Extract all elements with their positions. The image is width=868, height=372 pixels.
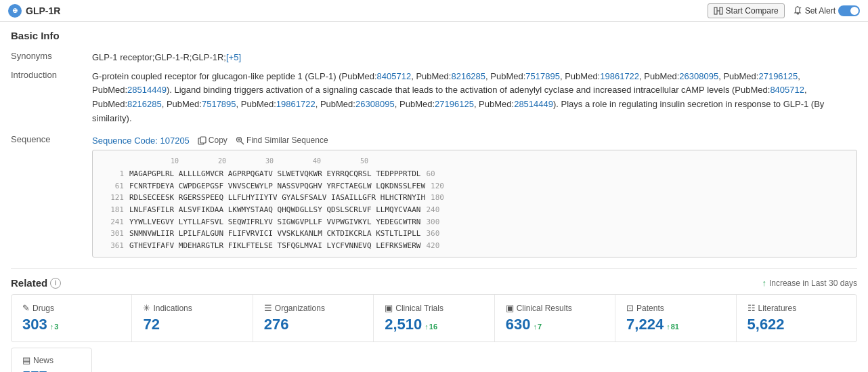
pubmed-28514449[interactable]: 28514449 — [127, 85, 167, 95]
patents-label: Patents — [636, 304, 664, 313]
seq-line-5: 241 YYWLLVEGVY LYTLLAFSVL SEQWIFRLYV SIG… — [100, 216, 850, 228]
related-header: Related i ↑ Increase in Last 30 days — [11, 277, 857, 289]
increase-label: Increase in Last 30 days — [769, 278, 857, 288]
organizations-value[interactable]: 276 — [264, 316, 289, 333]
stat-drugs[interactable]: ✎ Drugs 303 ↑ 3 — [12, 295, 132, 342]
patents-value[interactable]: 7,224 — [626, 316, 664, 333]
sequence-row: Sequence Sequence Code: 107205 Copy — [11, 129, 857, 261]
seq-line-6: 301 SNMNVWLIIR LPILFALGUN FLIFVRVICI VVS… — [100, 228, 850, 240]
stat-organizations[interactable]: ☰ Organizations 276 — [253, 295, 374, 342]
synonyms-value: GLP-1 receptor;GLP-1-R;GLP-1R;[+5] — [92, 48, 857, 67]
svg-rect-5 — [200, 137, 206, 143]
stats-grid: ✎ Drugs 303 ↑ 3 ✳ Indications 72 ☰ — [11, 294, 857, 342]
synonyms-more-link[interactable]: [+5] — [226, 52, 241, 62]
compare-icon — [714, 6, 723, 16]
alert-toggle[interactable] — [838, 5, 860, 16]
seq-line-1: 1 MAGAPGPLRL ALLLLGMVCR AGPRPQGATV SLWET… — [100, 168, 850, 180]
introduction-row: Introduction G-protein coupled receptor … — [11, 67, 857, 129]
pubmed-26308095[interactable]: 26308095 — [679, 71, 718, 81]
main-content: Basic Info Synonyms GLP-1 receptor;GLP-1… — [0, 22, 868, 372]
literatures-label: Literatures — [758, 304, 797, 313]
clinical-results-value[interactable]: 630 — [506, 316, 531, 333]
drug-icon: ✎ — [22, 303, 30, 313]
pubmed-26308095-2[interactable]: 26308095 — [355, 99, 395, 109]
find-similar-label: Find Similar Sequence — [246, 136, 328, 145]
pubmed-27196125[interactable]: 27196125 — [758, 71, 798, 81]
start-compare-button[interactable]: Start Compare — [708, 3, 785, 18]
news-label: News — [33, 356, 53, 365]
copy-icon — [198, 136, 207, 145]
stat-indications[interactable]: ✳ Indications 72 — [132, 295, 253, 342]
indications-value[interactable]: 72 — [143, 316, 159, 333]
results-arrow: ↑ — [533, 323, 537, 331]
pubmed-8405712-2[interactable]: 8405712 — [770, 85, 804, 95]
copy-sequence-button[interactable]: Copy — [198, 136, 227, 145]
clinical-trials-delta: ↑ 16 — [425, 323, 437, 331]
drugs-delta: ↑ 3 — [50, 323, 59, 331]
pubmed-8216285-2[interactable]: 8216285 — [127, 99, 162, 109]
app-logo-icon: ⊕ — [8, 4, 22, 18]
literature-icon: ☷ — [747, 303, 756, 313]
arrow-up-icon: ↑ — [762, 278, 766, 288]
bell-icon — [793, 6, 802, 16]
news-value[interactable]: 577 — [22, 368, 47, 372]
compare-label: Start Compare — [726, 6, 779, 16]
find-similar-button[interactable]: Find Similar Sequence — [236, 136, 328, 145]
alert-label: Set Alert — [805, 6, 836, 16]
clinical-results-delta: ↑ 7 — [533, 323, 542, 331]
sequence-label: Sequence — [11, 129, 92, 261]
page-title: GLP-1R — [26, 5, 60, 16]
pubmed-7517895[interactable]: 7517895 — [525, 71, 560, 81]
clinical-results-icon: ▣ — [506, 303, 514, 313]
trials-delta-value: 16 — [429, 323, 437, 331]
synonyms-label: Synonyms — [11, 48, 92, 67]
patents-delta: ↑ 81 — [666, 323, 679, 331]
introduction-value: G-protein coupled receptor for glucagon-… — [92, 67, 857, 129]
drugs-arrow: ↑ — [50, 323, 54, 331]
stats-bottom-row: ▤ News 577 ↑ 65 — [11, 348, 857, 372]
find-similar-icon — [236, 136, 244, 145]
basic-info-title: Basic Info — [11, 30, 857, 41]
literatures-value[interactable]: 5,622 — [747, 316, 785, 333]
pubmed-7517895-2[interactable]: 7517895 — [202, 99, 236, 109]
pubmed-19861722-2[interactable]: 19861722 — [276, 99, 316, 109]
news-icon: ▤ — [22, 355, 30, 365]
patent-icon: ⊡ — [626, 303, 634, 313]
trials-arrow: ↑ — [425, 323, 429, 331]
stat-clinical-trials[interactable]: ▣ Clinical Trials 2,510 ↑ 16 — [374, 295, 494, 342]
set-alert-area: Set Alert — [793, 5, 860, 16]
svg-line-7 — [241, 142, 244, 144]
clinical-trials-label: Clinical Trials — [395, 304, 443, 313]
divider — [11, 268, 857, 269]
pubmed-28514449-2[interactable]: 28514449 — [514, 99, 553, 109]
related-section-title: Related — [11, 277, 47, 289]
pubmed-27196125-2[interactable]: 27196125 — [435, 99, 474, 109]
stat-clinical-results[interactable]: ▣ Clinical Results 630 ↑ 7 — [495, 295, 615, 342]
copy-label: Copy — [209, 136, 227, 145]
clinical-results-label: Clinical Results — [517, 304, 572, 313]
patents-delta-value: 81 — [671, 323, 679, 331]
clinical-trials-value[interactable]: 2,510 — [385, 316, 422, 333]
increase-note: ↑ Increase in Last 30 days — [762, 278, 857, 288]
drugs-value[interactable]: 303 — [22, 316, 47, 333]
header-actions: Start Compare Set Alert — [708, 3, 860, 18]
stat-literatures[interactable]: ☷ Literatures 5,622 — [737, 295, 856, 342]
seq-line-4: 181 LNLFASFILR ALSVFIKDAA LKWMYSTAAQ QHQ… — [100, 204, 850, 216]
seq-line-3: 121 RDLSECEESK RGERSSPEEQ LLFLHYIIYTV GY… — [100, 192, 850, 204]
sequence-ruler: 10 20 30 40 50 — [127, 156, 850, 167]
org-icon: ☰ — [264, 303, 272, 313]
clinical-trials-icon: ▣ — [385, 303, 393, 313]
sequence-box[interactable]: 10 20 30 40 50 1 MAGAPGPLRL ALLLLGMVCR A… — [92, 150, 857, 257]
indications-label: Indications — [153, 304, 192, 313]
stat-news[interactable]: ▤ News 577 ↑ 65 — [11, 348, 92, 372]
stat-patents[interactable]: ⊡ Patents 7,224 ↑ 81 — [615, 295, 736, 342]
sequence-code-link[interactable]: Sequence Code: 107205 — [92, 134, 190, 148]
pubmed-8405712[interactable]: 8405712 — [377, 71, 412, 81]
basic-info-table: Synonyms GLP-1 receptor;GLP-1-R;GLP-1R;[… — [11, 48, 857, 260]
related-info-icon[interactable]: i — [50, 278, 61, 289]
drugs-delta-value: 3 — [54, 323, 58, 331]
patents-arrow: ↑ — [666, 323, 670, 331]
pubmed-19861722[interactable]: 19861722 — [600, 71, 639, 81]
seq-line-7: 361 GTHEVIFAFV MDEHARGTLR FIKLFTELSE TSF… — [100, 240, 850, 252]
pubmed-8216285[interactable]: 8216285 — [451, 71, 485, 81]
